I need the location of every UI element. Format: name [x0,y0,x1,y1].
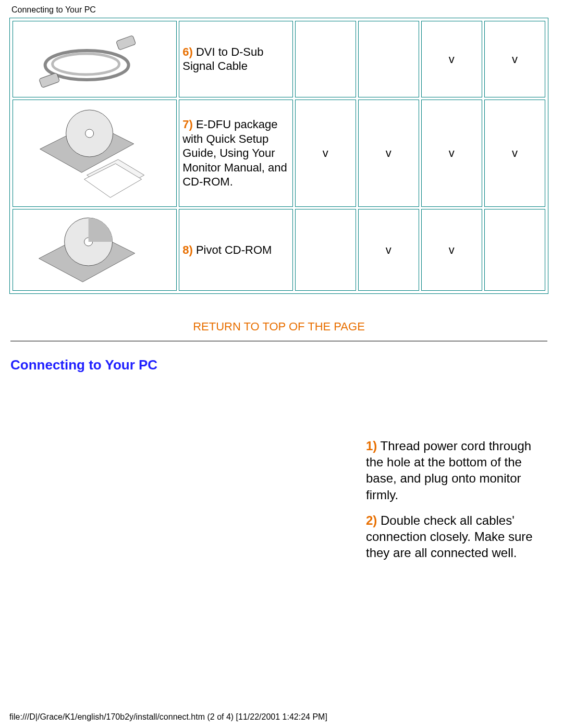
step-item: 2) Double check all cables' connection c… [366,512,538,561]
item-description: 6) DVI to D-Sub Signal Cable [179,21,292,97]
item-number: 7) [182,118,193,131]
step-text: Thread power cord through the hole at th… [366,439,531,502]
check-cell: v [358,100,419,207]
package-illustration [15,102,174,201]
step-number: 1) [366,439,377,453]
table-row: 8) Pivot CD-ROM v v [13,209,545,291]
accessories-table-wrap: 6) DVI to D-Sub Signal Cable v v [9,18,548,294]
check-cell: v [358,209,419,291]
page-header: Connecting to Your PC [11,5,548,15]
svg-point-6 [85,129,94,138]
section-heading: Connecting to Your PC [10,357,548,373]
step-number: 2) [366,513,377,527]
check-cell: v [421,209,482,291]
item-number: 8) [182,243,193,256]
item-text: DVI to D-Sub Signal Cable [182,45,263,73]
steps-block: 1) Thread power cord through the hole at… [366,438,538,570]
step-text: Double check all cables' connection clos… [366,513,533,560]
item-text: Pivot CD-ROM [193,243,272,256]
page-footer: file:///D|/Grace/K1/english/170b2y/insta… [9,712,327,722]
check-cell: v [421,21,482,97]
return-to-top-link[interactable]: RETURN TO TOP OF THE PAGE [9,320,548,334]
check-cell [295,209,356,291]
item-image [13,21,177,97]
table-row: 7) E-DFU package with Quick Setup Guide,… [13,100,545,207]
svg-rect-3 [116,35,136,51]
check-cell [295,21,356,97]
item-description: 8) Pivot CD-ROM [179,209,292,291]
svg-rect-2 [39,72,60,88]
check-cell [484,209,545,291]
check-cell: v [484,100,545,207]
item-number: 6) [182,45,193,58]
accessories-table: 6) DVI to D-Sub Signal Cable v v [10,19,547,293]
section-divider [10,341,547,341]
item-description: 7) E-DFU package with Quick Setup Guide,… [179,100,292,207]
item-image [13,209,177,291]
check-cell: v [421,100,482,207]
cdrom-illustration [15,212,174,285]
item-text: E-DFU package with Quick Setup Guide, Us… [182,118,287,188]
table-row: 6) DVI to D-Sub Signal Cable v v [13,21,545,97]
check-cell: v [295,100,356,207]
svg-point-1 [53,54,119,75]
step-item: 1) Thread power cord through the hole at… [366,438,538,503]
item-image [13,100,177,207]
cable-illustration [15,23,174,91]
check-cell: v [484,21,545,97]
check-cell [358,21,419,97]
